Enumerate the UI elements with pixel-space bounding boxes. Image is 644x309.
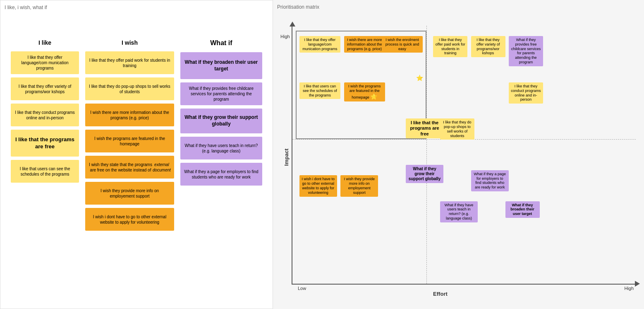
matrix-note: What if they a page for employers to fin…	[471, 170, 509, 191]
list-item: I like that they do pop-up shops to sell…	[85, 77, 174, 100]
list-item: I like that the programs are free	[11, 130, 79, 157]
list-item: What if they grow their support globally	[180, 109, 262, 133]
list-item: I like that they offer language/com muni…	[11, 51, 79, 74]
list-item: What if they have users teach in return?…	[180, 137, 262, 159]
matrix-note: I like that they do pop-up shops to sell…	[440, 118, 474, 140]
list-item: What if they provides free childcare ser…	[180, 82, 262, 105]
matrix-note: I wish there are more information about …	[344, 36, 385, 53]
star-icon: ⭐	[416, 75, 423, 81]
list-item: I like that they conduct programs online…	[11, 104, 79, 126]
matrix-note: I like that they offer language/com muni…	[299, 36, 341, 53]
matrix-note: I like that users can see the schedules …	[299, 82, 341, 99]
left-panel: I like, i wish, what if I like I like th…	[0, 0, 273, 309]
ilike-column: I like I like that they offer language/c…	[11, 39, 79, 231]
matrix-note: I like that they offer paid work for stu…	[433, 36, 467, 57]
right-panel: Prioritisation matrix High Impact Low Ef…	[273, 0, 644, 309]
iwish-column: I wish I like that they offer paid work …	[85, 39, 174, 231]
iwish-header: I wish	[122, 39, 138, 46]
impact-label: Impact	[283, 149, 290, 166]
matrix-note: I wish the enrolment process is quick an…	[382, 36, 423, 53]
list-item: I wish they provide more info on employe…	[85, 182, 174, 205]
dashed-v-line	[426, 26, 427, 284]
matrix-note: What if they grow their support globally	[406, 165, 443, 183]
right-panel-title: Prioritisation matrix	[277, 4, 640, 10]
list-item: I like that users can see the schedules …	[11, 160, 79, 183]
ilike-header: I like	[38, 39, 51, 46]
matrix-note: What if they broaden their user target	[505, 201, 540, 218]
matrix-note: I wish the programs are featured in the …	[344, 82, 385, 101]
list-item: What if they broaden their user target	[180, 52, 262, 79]
list-item: I like that they offer variety of progra…	[11, 77, 79, 100]
whatif-header: What if	[210, 39, 232, 47]
matrix-note: I like that they offer variety of progra…	[471, 36, 505, 57]
left-panel-title: I like, i wish, what if	[5, 5, 268, 10]
matrix-note: I like that the programs are free	[406, 118, 443, 138]
matrix-note: I wish they provide more info on employe…	[340, 175, 378, 196]
high-effort-label: High	[624, 286, 634, 291]
matrix-note: What if they have users teach in return?…	[440, 201, 478, 222]
list-item: I like that they offer paid work for stu…	[85, 51, 174, 74]
matrix-note: What if they provides free childcare ser…	[509, 36, 543, 66]
low-label: Low	[298, 286, 306, 291]
list-item: What if they a page for employers to fin…	[180, 163, 262, 186]
list-item: I wish the programs are featured in the …	[85, 130, 174, 152]
list-item: I wish i dont have to go to other extern…	[85, 208, 174, 231]
matrix-area: High Impact Low Effort High I like that …	[277, 13, 640, 307]
matrix-note: I wish i dont have to go to other extern…	[299, 175, 337, 196]
list-item: I wish they state that the programs are …	[85, 156, 174, 179]
arrow-up	[290, 22, 295, 27]
plot-area: I like that they offer language/com muni…	[292, 26, 636, 285]
high-label: High	[280, 34, 290, 39]
matrix-note: I like that they conduct programs online…	[509, 82, 543, 104]
list-item: I wish there are more information about …	[85, 104, 174, 126]
arrow-right	[635, 281, 640, 287]
effort-label: Effort	[433, 291, 448, 297]
whatif-column: What if What if they broaden their user …	[180, 39, 262, 231]
